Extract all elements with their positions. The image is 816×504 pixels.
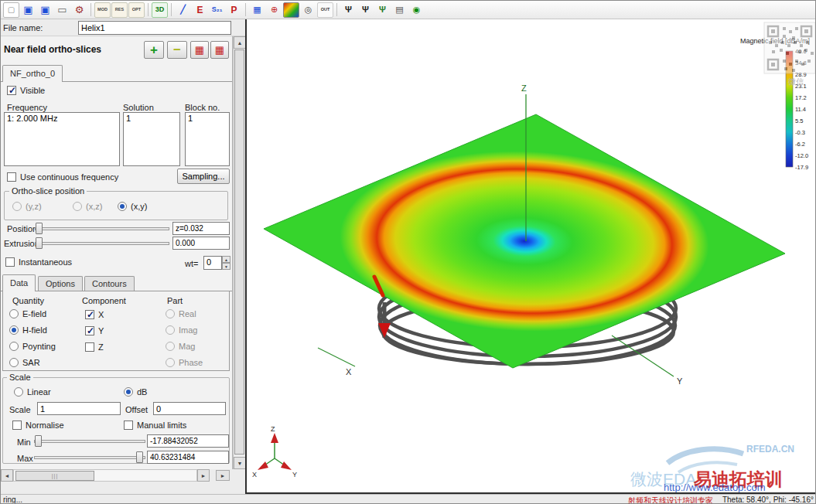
plot-icon[interactable]: ╱ — [175, 2, 191, 18]
table-view-button[interactable]: ▦ — [190, 41, 209, 59]
new-document-icon[interactable]: ▢ — [3, 2, 19, 18]
slider-track[interactable] — [35, 227, 169, 230]
extrusion-value[interactable]: 0.000 — [172, 237, 230, 250]
sampling-button[interactable]: Sampling... — [177, 169, 230, 184]
checkbox-component-z[interactable]: Z — [85, 342, 104, 352]
slider-thumb[interactable] — [36, 237, 43, 249]
scroll-up-icon[interactable] — [234, 36, 246, 49]
radio-h-field[interactable]: H-field — [9, 325, 47, 335]
list-item[interactable]: 1 — [186, 113, 229, 124]
list-item[interactable]: 1: 2.000 MHz — [5, 113, 119, 124]
mesh-icon[interactable]: ▦ — [249, 2, 265, 18]
slider-thumb[interactable] — [35, 435, 42, 447]
checkbox-component-x[interactable]: X — [85, 310, 104, 319]
radio-mag[interactable]: Mag — [166, 342, 195, 351]
scroll-left-icon[interactable] — [1, 469, 13, 482]
continuous-frequency-checkbox[interactable]: Use continuous frequency — [7, 172, 118, 182]
scroll-down-icon[interactable] — [234, 457, 246, 469]
spin-up-icon[interactable] — [222, 256, 230, 263]
tab-nf-ortho-0[interactable]: NF_ortho_0 — [2, 65, 63, 82]
panel-expand-button[interactable] — [216, 470, 230, 481]
min-value[interactable]: -17.88432052 — [147, 434, 229, 448]
scroll-right-icon[interactable] — [197, 469, 210, 482]
antenna-check-icon[interactable]: Ψ — [374, 2, 391, 18]
smith-chart-icon[interactable]: ◎ — [300, 2, 316, 18]
scale-factor-input[interactable] — [37, 402, 121, 415]
spinner-value[interactable]: 0 — [203, 256, 222, 270]
list-item[interactable]: 1 — [124, 113, 179, 124]
save-as-icon[interactable]: ▣ — [37, 2, 53, 18]
frequency-list[interactable]: 1: 2.000 MHz — [4, 112, 120, 166]
radio-xz[interactable]: (x,z) — [73, 202, 102, 211]
far-field-icon[interactable]: Ψ — [357, 2, 374, 18]
slider-track[interactable] — [34, 440, 145, 443]
res-icon[interactable]: RES — [111, 2, 128, 18]
radio-yz[interactable]: (y,z) — [12, 202, 42, 211]
max-value[interactable]: 40.63231484 — [147, 451, 229, 464]
opt-icon[interactable]: OPT — [128, 2, 145, 18]
block-list[interactable]: 1 — [185, 112, 230, 166]
radio-real[interactable]: Real — [166, 309, 196, 318]
quantity-label: Quantity — [12, 296, 44, 305]
add-slice-button[interactable]: + — [144, 41, 164, 59]
scroll-track[interactable] — [13, 469, 197, 482]
radio-db[interactable]: dB — [124, 387, 147, 397]
min-slider[interactable] — [34, 435, 145, 447]
tab-data[interactable]: Data — [2, 274, 36, 291]
toolbar-separator — [245, 3, 246, 16]
solution-list[interactable]: 1 — [123, 112, 180, 166]
radio-imag[interactable]: Imag — [166, 325, 197, 335]
extrusion-slider[interactable] — [35, 237, 169, 249]
scroll-thumb[interactable] — [234, 49, 244, 455]
block-header: Block no. — [185, 103, 220, 112]
view-3d-icon[interactable]: 3D — [152, 2, 168, 18]
instantaneous-checkbox[interactable]: Instantaneous — [5, 257, 72, 267]
max-slider[interactable] — [34, 451, 145, 463]
near-field-panel: Near field ortho-slices + − ▦ ▦ NF_ortho… — [1, 36, 233, 469]
table-export-button[interactable]: ▦ — [210, 41, 229, 59]
radio-circle — [118, 202, 127, 211]
x-axis-label: X — [346, 367, 352, 376]
file-name-input[interactable] — [78, 21, 231, 35]
checkbox-component-y[interactable]: Y — [85, 326, 104, 335]
radio-xy[interactable]: (x,y) — [118, 202, 147, 211]
remove-slice-button[interactable]: − — [167, 41, 187, 59]
wt-spinner[interactable]: 0 — [203, 256, 230, 270]
output-icon[interactable]: OUT — [317, 2, 333, 18]
slider-thumb[interactable] — [136, 451, 143, 463]
s-parameters-icon[interactable]: S₂₁ — [209, 2, 225, 18]
radio-phase[interactable]: Phase — [166, 358, 203, 367]
radio-e-field[interactable]: E-field — [9, 309, 46, 318]
radio-circle — [166, 309, 175, 318]
target-icon[interactable]: ◉ — [408, 2, 425, 18]
radio-poynting[interactable]: Poynting — [9, 342, 56, 351]
antenna-icon[interactable]: Ψ — [340, 2, 357, 18]
position-value[interactable]: z=0.032 — [172, 222, 230, 235]
radio-sar[interactable]: SAR — [9, 358, 40, 367]
probe-icon[interactable]: ⊕ — [266, 2, 282, 18]
manual-limits-checkbox[interactable]: Manual limits — [124, 421, 186, 430]
power-icon[interactable]: P — [226, 2, 242, 18]
viewport-3d[interactable]: Z X Y Z X Y Magnetic field [dBA/m] — [245, 19, 816, 494]
mod-icon[interactable]: MOD — [94, 2, 111, 18]
slider-thumb[interactable] — [36, 223, 43, 234]
field-map-icon[interactable] — [283, 2, 299, 18]
tab-options[interactable]: Options — [38, 276, 83, 291]
settings-gears-icon[interactable]: ⚙ — [71, 2, 87, 18]
normalise-checkbox[interactable]: Normalise — [12, 421, 64, 430]
radio-linear[interactable]: Linear — [14, 387, 51, 397]
e-field-icon[interactable]: E — [192, 2, 208, 18]
slider-track[interactable] — [35, 242, 169, 245]
panel-title: Near field ortho-slices — [4, 44, 101, 55]
tab-contours[interactable]: Contours — [84, 276, 135, 291]
offset-input[interactable] — [153, 402, 226, 415]
spin-down-icon[interactable] — [222, 263, 230, 270]
data-table-icon[interactable]: ▤ — [391, 2, 408, 18]
slider-track[interactable] — [34, 456, 145, 459]
save-icon[interactable]: ▣ — [20, 2, 36, 18]
visible-checkbox[interactable]: Visible — [7, 86, 45, 95]
position-slider[interactable] — [35, 223, 169, 234]
scroll-thumb[interactable] — [15, 471, 94, 481]
watermark-site: RFEDA.CN — [746, 444, 794, 455]
print-icon[interactable]: ▭ — [54, 2, 70, 18]
